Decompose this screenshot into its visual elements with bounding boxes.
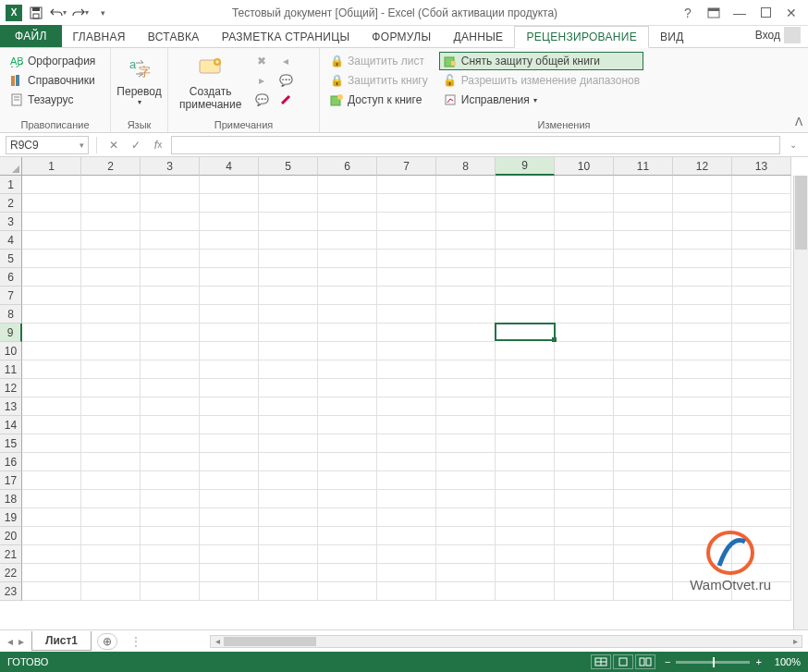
cell[interactable]	[200, 416, 259, 434]
cell[interactable]	[259, 508, 318, 527]
cell[interactable]	[732, 324, 791, 342]
cell[interactable]	[673, 305, 732, 324]
cell[interactable]	[614, 545, 673, 564]
cell[interactable]	[673, 527, 732, 545]
cell[interactable]	[81, 250, 141, 268]
cell[interactable]	[673, 324, 732, 342]
cell[interactable]	[496, 545, 555, 564]
cell[interactable]	[377, 434, 436, 453]
cell[interactable]	[200, 434, 259, 453]
cell[interactable]	[555, 213, 614, 231]
cell[interactable]	[81, 545, 141, 564]
col-header[interactable]: 5	[259, 157, 318, 176]
cell[interactable]	[436, 194, 496, 213]
tab-pagelayout[interactable]: РАЗМЕТКА СТРАНИЦЫ	[211, 27, 361, 47]
cell[interactable]	[732, 527, 791, 545]
col-header[interactable]: 10	[555, 157, 614, 176]
cell[interactable]	[259, 471, 318, 490]
cell[interactable]	[81, 471, 141, 490]
row-header[interactable]: 1	[0, 176, 22, 194]
cell[interactable]	[259, 250, 318, 268]
col-header[interactable]: 1	[22, 157, 81, 176]
cell[interactable]	[318, 360, 377, 379]
cell[interactable]	[141, 268, 200, 287]
tab-insert[interactable]: ВСТАВКА	[137, 27, 211, 47]
row-header[interactable]: 12	[0, 379, 22, 397]
cell[interactable]	[81, 268, 141, 287]
cell[interactable]	[200, 471, 259, 490]
spreadsheet-grid[interactable]: 1234567891011121312345678910111213141516…	[0, 157, 808, 629]
cell[interactable]	[259, 527, 318, 545]
cell[interactable]	[732, 176, 791, 194]
cell[interactable]	[436, 508, 496, 527]
cell[interactable]	[496, 305, 555, 324]
cell[interactable]	[318, 453, 377, 471]
cell[interactable]	[614, 453, 673, 471]
cell[interactable]	[81, 490, 141, 508]
tab-file[interactable]: ФАЙЛ	[0, 25, 62, 47]
cell[interactable]	[141, 324, 200, 342]
cell[interactable]	[673, 360, 732, 379]
cell[interactable]	[141, 527, 200, 545]
cell[interactable]	[259, 397, 318, 416]
horizontal-scrollbar[interactable]: ◂▸	[210, 635, 802, 648]
cell[interactable]	[377, 582, 436, 601]
cell[interactable]	[555, 360, 614, 379]
cell[interactable]	[318, 324, 377, 342]
tab-data[interactable]: ДАННЫЕ	[442, 27, 514, 47]
cell[interactable]	[555, 231, 614, 250]
cell[interactable]	[377, 471, 436, 490]
col-header[interactable]: 2	[81, 157, 141, 176]
cell[interactable]	[732, 360, 791, 379]
cell[interactable]	[141, 453, 200, 471]
cell[interactable]	[259, 231, 318, 250]
minimize-button[interactable]: —	[728, 4, 751, 22]
cell[interactable]	[200, 268, 259, 287]
cell[interactable]	[22, 416, 81, 434]
cell[interactable]	[436, 471, 496, 490]
col-header[interactable]: 7	[377, 157, 436, 176]
cell[interactable]	[614, 527, 673, 545]
cell[interactable]	[614, 342, 673, 360]
select-all-corner[interactable]	[0, 157, 22, 176]
cell[interactable]	[259, 342, 318, 360]
row-header[interactable]: 20	[0, 527, 22, 545]
spelling-button[interactable]: ABCОрфография	[6, 52, 99, 70]
cell[interactable]	[436, 176, 496, 194]
cell[interactable]	[555, 490, 614, 508]
cell[interactable]	[436, 397, 496, 416]
cell[interactable]	[496, 231, 555, 250]
cell[interactable]	[732, 305, 791, 324]
cell[interactable]	[436, 434, 496, 453]
cell[interactable]	[673, 564, 732, 582]
cell[interactable]	[81, 416, 141, 434]
cell[interactable]	[81, 231, 141, 250]
cell[interactable]	[259, 379, 318, 397]
cell[interactable]	[732, 564, 791, 582]
cell[interactable]	[614, 379, 673, 397]
cell[interactable]	[377, 508, 436, 527]
cell[interactable]	[141, 194, 200, 213]
cell[interactable]	[614, 231, 673, 250]
cell[interactable]	[22, 324, 81, 342]
cell[interactable]	[200, 490, 259, 508]
cell[interactable]	[377, 342, 436, 360]
cell[interactable]	[496, 213, 555, 231]
translate-button[interactable]: a字 Перевод▾	[111, 52, 166, 108]
cell[interactable]	[732, 471, 791, 490]
cell[interactable]	[732, 453, 791, 471]
cell[interactable]	[377, 268, 436, 287]
cell[interactable]	[22, 287, 81, 305]
cell[interactable]	[555, 416, 614, 434]
cell[interactable]	[496, 268, 555, 287]
cell[interactable]	[496, 416, 555, 434]
cell[interactable]	[259, 268, 318, 287]
cell[interactable]	[436, 490, 496, 508]
cell[interactable]	[555, 268, 614, 287]
cell[interactable]	[496, 397, 555, 416]
close-button[interactable]: ✕	[780, 4, 802, 22]
cell[interactable]	[555, 434, 614, 453]
cell[interactable]	[614, 582, 673, 601]
row-header[interactable]: 4	[0, 231, 22, 250]
cell[interactable]	[81, 564, 141, 582]
